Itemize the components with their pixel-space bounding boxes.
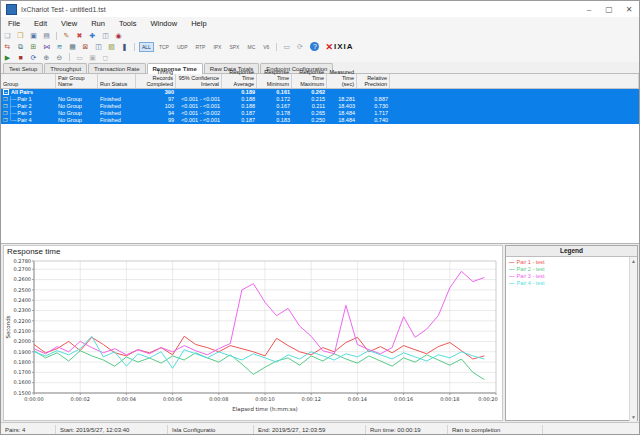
bar-icon[interactable]: ❚ [119, 42, 130, 51]
wave-icon[interactable]: ≋ [54, 42, 65, 51]
link-pairs-icon[interactable]: ⋈ [41, 42, 52, 51]
menu-help[interactable]: Help [184, 17, 213, 30]
copy-chart-icon[interactable]: ▣ [87, 53, 98, 62]
protocol-filter-spx[interactable]: SPX [226, 42, 242, 52]
menu-window[interactable]: Window [143, 17, 184, 30]
expander-icon[interactable]: − [3, 89, 9, 95]
refresh-icon[interactable]: ⟳ [294, 42, 305, 51]
new-test-icon[interactable]: ❏ [2, 31, 13, 40]
protocol-filter-rtp[interactable]: RTP [192, 42, 208, 52]
menu-file[interactable]: File [1, 17, 27, 30]
cell: 0.265 [292, 110, 327, 117]
svg-text:0:00:00: 0:00:00 [24, 396, 43, 402]
protocol-filter-mc[interactable]: MC [244, 42, 258, 52]
cell: 18.484 [327, 110, 357, 117]
svg-text:0.1800: 0.1800 [14, 359, 32, 365]
table-row[interactable]: ❐├─Pair 1No GroupFinished97<0.001 - <0.0… [1, 96, 639, 103]
zoom-in-icon[interactable]: ⊕ [41, 53, 52, 62]
column-header-timing-records-completed[interactable]: Timing Records Completed [136, 74, 176, 88]
bottom-area: Response time 0.27800.27000.26000.25000.… [1, 243, 639, 422]
protocol-filter-ipx[interactable]: IPX [210, 42, 224, 52]
cell: <0.001 - <0.001 [176, 103, 222, 110]
column-header-filler [390, 74, 639, 88]
close-button[interactable]: ✕ [619, 2, 639, 17]
column-header-group[interactable]: Group [1, 74, 56, 88]
minimize-button[interactable]: – [579, 2, 599, 17]
table-row[interactable]: ❐├─Pair 2No GroupFinished100<0.001 - <0.… [1, 103, 639, 110]
scroll-down-arrow-icon[interactable]: ▼ [630, 413, 637, 421]
print-icon[interactable]: ▤ [41, 31, 52, 40]
swap-pairs-icon[interactable]: ⇆ [2, 42, 13, 51]
tree-branch-icon: ├─ [8, 96, 16, 103]
ixia-logo: ✕IXIA [325, 42, 353, 52]
column-header-95-confidence-interval[interactable]: 95% Confidence Interval [176, 74, 222, 88]
menu-tools[interactable]: Tools [112, 17, 144, 30]
edit-pair-icon[interactable]: ✎ [61, 31, 72, 40]
cell: <0.001 - <0.002 [176, 110, 222, 117]
table-row[interactable]: ❐└─Pair 4No GroupFinished99<0.001 - <0.0… [1, 117, 639, 124]
help-icon[interactable]: ? [310, 42, 319, 51]
column-header-response-time-maximum[interactable]: Response Time Maximum [292, 74, 327, 88]
window-buttons: –▢✕ [579, 2, 639, 17]
open-folder-icon[interactable]: ❒ [15, 31, 26, 40]
save-icon[interactable]: ▣ [28, 31, 39, 40]
table-row[interactable]: −All Pairs3900.1890.1610.262 [1, 89, 639, 96]
legend-entries: —Pair 1 - test—Pair 2 - test—Pair 3 - te… [506, 257, 637, 289]
menu-edit[interactable]: Edit [27, 17, 54, 30]
pattern-icon[interactable]: ▧ [106, 42, 117, 51]
tab-throughput[interactable]: Throughput [44, 63, 87, 73]
protocol-filter-v6[interactable]: V6 [260, 42, 272, 52]
response-time-chart-panel: Response time 0.27800.27000.26000.25000.… [3, 245, 503, 421]
column-header-pair-group-name[interactable]: Pair Group Name [56, 74, 98, 88]
table-row[interactable]: ❐├─Pair 3No GroupFinished94<0.001 - <0.0… [1, 110, 639, 117]
group-pairs-icon[interactable]: ⧉ [15, 42, 26, 51]
status-cell: Run time: 00:00:19 [366, 425, 448, 435]
protocol-filter-all[interactable]: ALL [139, 42, 154, 52]
zoom-out-icon[interactable]: ⊖ [54, 53, 65, 62]
settings-icon[interactable]: ▭ [281, 42, 292, 51]
stop-test-icon[interactable]: ■ [15, 53, 26, 62]
grid-icon[interactable]: ▦ [67, 42, 78, 51]
maximize-button[interactable]: ▢ [599, 2, 619, 17]
group-label: Pair 1 [17, 96, 31, 102]
cancel-icon[interactable]: ⊠ [80, 42, 91, 51]
columns-icon[interactable]: ◫ [93, 42, 104, 51]
chart-options-icon[interactable]: ▭ [74, 53, 85, 62]
add-group-icon[interactable]: ⊞ [28, 42, 39, 51]
cell: <0.001 - <0.001 [176, 96, 222, 103]
protocol-filter-tcp[interactable]: TCP [156, 42, 172, 52]
search-icon[interactable]: ◉ [113, 31, 124, 40]
protocol-filter-udp[interactable]: UDP [174, 42, 191, 52]
legend-label: Pair 4 - test [517, 280, 545, 286]
rerun-icon[interactable]: ⟳ [28, 53, 39, 62]
tab-transaction-rate[interactable]: Transaction Rate [88, 63, 145, 73]
tab-test-setup[interactable]: Test Setup [3, 63, 43, 73]
cell: 18.484 [327, 117, 357, 124]
column-header-response-time-average[interactable]: Response Time Average [222, 74, 257, 88]
legend-label: Pair 1 - test [517, 259, 545, 265]
column-header-response-time-minimum[interactable]: Response Time Minimum [257, 74, 292, 88]
column-header-relative-precision[interactable]: Relative Precision [357, 74, 390, 88]
pair-icon: ❐ [3, 117, 7, 124]
svg-text:0:00:12: 0:00:12 [302, 396, 321, 402]
column-header-measured-time-sec-[interactable]: Measured Time (sec) [327, 74, 357, 88]
add-pair-icon[interactable]: ✚ [87, 31, 98, 40]
status-cell: Start: 2019/5/27, 12:03:40 [56, 425, 168, 435]
svg-text:0.1600: 0.1600 [14, 379, 32, 385]
legend-scrollbar[interactable]: ▲ ▼ [629, 257, 637, 421]
scroll-up-arrow-icon[interactable]: ▲ [630, 257, 637, 265]
toolbar-separator [134, 43, 135, 51]
run-test-icon[interactable]: ▶ [2, 53, 13, 62]
window-icon[interactable]: ◫ [100, 31, 111, 40]
menu-bar: FileEditViewRunToolsWindowHelp [1, 17, 639, 31]
menu-view[interactable]: View [54, 17, 84, 30]
delete-icon[interactable]: ✖ [74, 31, 85, 40]
column-header-run-status[interactable]: Run Status [98, 74, 136, 88]
legend-body: —Pair 1 - test—Pair 2 - test—Pair 3 - te… [506, 257, 637, 421]
menu-run[interactable]: Run [84, 17, 112, 30]
export-icon[interactable]: ◻ [100, 53, 111, 62]
legend-entry: —Pair 4 - test [509, 280, 634, 287]
legend-label: Pair 2 - test [517, 266, 545, 272]
cell: No Group [56, 117, 98, 124]
ixia-logo-text: IXIA [334, 42, 354, 51]
